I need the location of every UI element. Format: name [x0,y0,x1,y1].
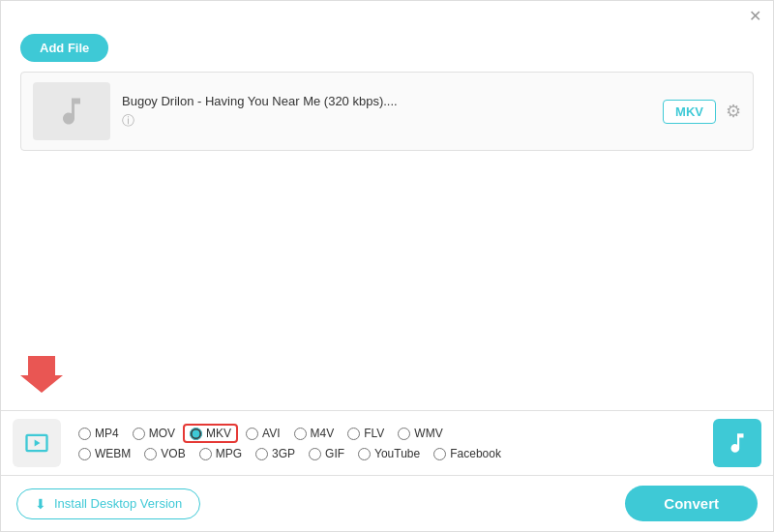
formats-container: MP4 MOV MKV AVI [69,424,707,462]
down-arrow-icon [20,350,63,393]
title-bar: ✕ [1,1,773,28]
format-selector-area: MP4 MOV MKV AVI [1,410,773,476]
file-thumbnail [33,82,110,140]
arrow-container [1,400,773,410]
format-option-3gp[interactable]: 3GP [250,445,301,462]
format-option-facebook[interactable]: Facebook [428,445,507,462]
format-option-webm[interactable]: WEBM [73,445,136,462]
audio-format-icon-box[interactable] [713,419,761,467]
file-name: Bugoy Drilon - Having You Near Me (320 k… [122,94,651,108]
down-arrow-area [20,350,63,397]
install-desktop-button[interactable]: ⬇ Install Desktop Version [16,488,200,519]
format-option-wmv[interactable]: WMV [392,425,448,442]
video-icon [23,429,50,457]
format-badge-button[interactable]: MKV [663,100,716,124]
format-option-mov[interactable]: MOV [127,425,181,442]
convert-button[interactable]: Convert [625,486,758,521]
music-icon [54,94,89,129]
info-icon[interactable]: ⓘ [122,112,651,130]
settings-button[interactable]: ⚙ [726,101,741,122]
video-format-icon-box[interactable] [13,419,61,467]
footer-bar: ⬇ Install Desktop Version Convert [1,476,773,531]
format-option-m4v[interactable]: M4V [288,425,341,442]
formats-row2: WEBM VOB MPG 3GP [73,445,703,462]
format-option-flv[interactable]: FLV [342,425,390,442]
file-item: Bugoy Drilon - Having You Near Me (320 k… [21,73,753,150]
format-option-mp4[interactable]: MP4 [73,425,125,442]
format-option-avi[interactable]: AVI [240,425,285,442]
svg-marker-0 [20,356,63,393]
format-option-mpg[interactable]: MPG [194,445,248,462]
file-info: Bugoy Drilon - Having You Near Me (320 k… [122,94,651,130]
format-option-mkv[interactable]: MKV [183,424,238,443]
audio-icon [725,430,750,456]
close-button[interactable]: ✕ [749,9,761,24]
bottom-section: MP4 MOV MKV AVI [1,400,773,531]
install-label: Install Desktop Version [54,496,182,511]
toolbar: Add File [1,28,773,72]
file-list: Bugoy Drilon - Having You Near Me (320 k… [20,72,754,151]
file-actions: MKV ⚙ [663,100,741,124]
formats-row1: MP4 MOV MKV AVI [73,424,703,443]
add-file-button[interactable]: Add File [20,34,108,62]
format-option-gif[interactable]: GIF [303,445,350,462]
format-option-vob[interactable]: VOB [138,445,191,462]
format-selector: MP4 MOV MKV AVI [1,411,773,476]
format-option-youtube[interactable]: YouTube [352,445,426,462]
download-icon: ⬇ [35,496,46,512]
